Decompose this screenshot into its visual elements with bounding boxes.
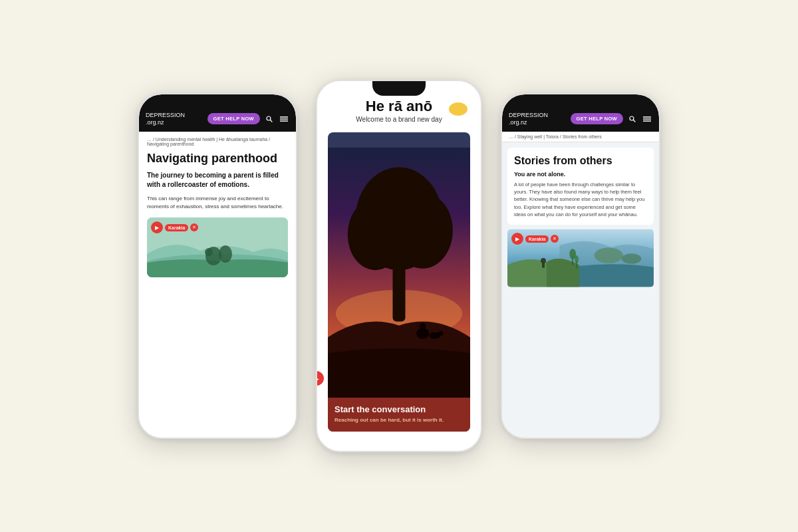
breadcrumb-3: … / Staying well | Toiora / Stories from… [502,132,659,142]
svg-point-16 [416,328,429,339]
svg-point-8 [219,245,232,263]
svg-point-35 [575,255,579,263]
play-button-2[interactable]: ▶ [317,371,324,386]
breadcrumb-1: … / Understanding mental health | He āhu… [147,137,288,146]
he-ra-subtitle: Welcome to a brand new day [328,116,470,123]
phone-3: DEPRESSION .org.nz GET HELP NOW … / Stay… [501,93,660,439]
svg-point-15 [392,193,452,269]
media-card-1: ▶ Karakia ✕ [147,217,288,277]
page-title-1: Navigating parenthood [147,152,288,166]
svg-line-1 [271,120,273,122]
family-illustration: ▶ Karakia ✕ [147,217,288,277]
phones-showcase: DEPRESSION .org.nz GET HELP NOW … / Unde… [111,53,687,479]
phone3-header: DEPRESSION .org.nz GET HELP NOW [502,94,659,132]
site-logo-1: DEPRESSION .org.nz [146,112,203,126]
conversation-subtitle: Reaching out can be hard, but it is wort… [334,417,464,424]
svg-point-29 [622,253,641,264]
menu-icon[interactable] [279,114,289,124]
page-subtitle-1: The journey to becoming a parent is fill… [147,171,288,190]
phone1-content: … / Understanding mental health | He āhu… [139,132,296,438]
phone1-header: DEPRESSION .org.nz GET HELP NOW [139,94,296,132]
svg-point-28 [595,247,623,263]
stories-title: Stories from others [514,154,647,167]
karakia-label-1: Karakia [165,224,188,231]
tree-illustration: Start the conversation Reaching out can … [328,132,470,432]
karakia-label-3: Karakia [525,235,549,243]
stories-card: Stories from others You are not alone. A… [507,148,654,225]
karakia-badge-3: ▶ Karakia ✕ [511,233,559,245]
conversation-title: Start the conversation [334,404,464,415]
stories-subtitle: You are not alone. [514,171,647,178]
svg-rect-19 [437,332,438,336]
tree-scene: Start the conversation Reaching out can … [328,132,470,432]
phone-1: DEPRESSION .org.nz GET HELP NOW … / Unde… [138,93,297,439]
phone3-content: … / Staying well | Toiora / Stories from… [502,132,659,438]
phone-2: He rā anō Welcome to a brand new day [316,80,482,452]
header-icons-3 [627,114,652,124]
svg-line-23 [634,120,636,122]
stories-body: A lot of people have been through challe… [514,181,647,218]
svg-point-30 [541,258,546,263]
svg-point-17 [420,323,426,330]
media-card-3: ▶ Karakia ✕ [507,229,654,287]
get-help-button-1[interactable]: GET HELP NOW [207,113,260,124]
site-logo-3: DEPRESSION .org.nz [509,112,567,126]
close-badge-1[interactable]: ✕ [190,223,198,231]
tree-svg [328,132,470,432]
conversation-overlay: Start the conversation Reaching out can … [328,398,470,432]
svg-rect-31 [542,263,545,268]
header-icons-1 [264,114,289,124]
menu-icon-3[interactable] [642,114,652,124]
sun-decoration [449,102,467,116]
svg-point-9 [205,248,213,256]
svg-rect-20 [432,332,433,336]
phone2-header: He rā anō Welcome to a brand new day [317,81,481,132]
close-badge-3[interactable]: ✕ [551,235,559,243]
play-button-3[interactable]: ▶ [511,233,523,245]
karakia-badge-1: ▶ Karakia ✕ [151,221,198,233]
search-icon[interactable] [264,114,275,124]
get-help-button-3[interactable]: GET HELP NOW [571,113,623,124]
play-button-1[interactable]: ▶ [151,221,163,233]
page-body-1: This can range from immense joy and exci… [147,195,288,211]
search-icon-3[interactable] [627,114,638,124]
svg-point-21 [438,331,443,336]
